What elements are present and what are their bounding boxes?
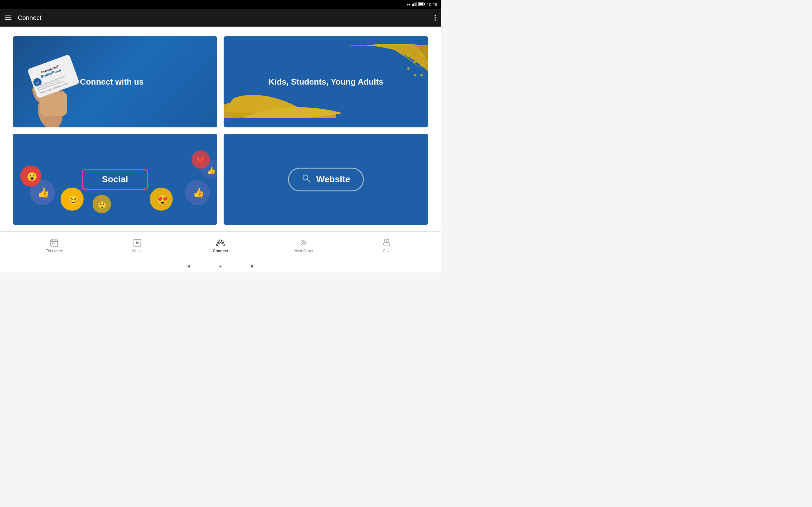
svg-point-29 bbox=[420, 64, 423, 66]
svg-text:😲: 😲 bbox=[98, 201, 107, 210]
chevrons-right-icon bbox=[299, 239, 308, 247]
svg-point-24 bbox=[407, 54, 409, 57]
website-search-box[interactable]: Website bbox=[288, 168, 364, 191]
connect-with-us-label: Connect with us bbox=[13, 77, 217, 87]
svg-rect-0 bbox=[412, 4, 413, 6]
svg-text:❤️: ❤️ bbox=[196, 156, 206, 165]
battery-icon bbox=[418, 2, 425, 7]
status-bar: ▾▾ 10:26 bbox=[0, 0, 441, 9]
nav-label-next-steps: Next Steps bbox=[294, 249, 313, 253]
back-icon: ◄ bbox=[186, 263, 191, 269]
svg-point-61 bbox=[222, 241, 224, 243]
svg-rect-3 bbox=[416, 2, 417, 6]
status-icons: ▾▾ 10:26 bbox=[407, 2, 437, 7]
svg-text:👍: 👍 bbox=[193, 187, 205, 199]
website-label: Website bbox=[316, 174, 350, 184]
home-button[interactable]: ● bbox=[217, 263, 223, 269]
hamburger-menu-button[interactable] bbox=[5, 15, 11, 20]
nav-label-media: Media bbox=[132, 249, 143, 253]
svg-rect-1 bbox=[413, 3, 414, 6]
website-card[interactable]: Website bbox=[223, 134, 428, 225]
wifi-icon: ▾▾ bbox=[407, 3, 411, 7]
more-options-button[interactable] bbox=[435, 15, 436, 20]
kids-students-card[interactable]: Kids, Students, Young Adults bbox=[223, 36, 428, 127]
svg-marker-58 bbox=[136, 241, 139, 244]
svg-rect-56 bbox=[54, 243, 55, 244]
svg-text:😍: 😍 bbox=[156, 194, 169, 206]
svg-line-50 bbox=[308, 179, 310, 182]
svg-rect-2 bbox=[415, 3, 415, 6]
status-time: 10:26 bbox=[426, 2, 437, 7]
app-bar: Connect bbox=[0, 9, 441, 26]
play-icon bbox=[133, 239, 142, 247]
app-bar-title: Connect bbox=[18, 14, 42, 21]
social-button-inner: Social bbox=[83, 170, 147, 189]
nav-item-give[interactable]: Give bbox=[345, 239, 428, 253]
nav-item-connect[interactable]: Connect bbox=[179, 239, 262, 253]
android-nav-bar: ◄ ● ■ bbox=[0, 260, 441, 273]
search-icon bbox=[302, 174, 311, 185]
recents-icon: ■ bbox=[251, 264, 253, 269]
back-button[interactable]: ◄ bbox=[186, 263, 192, 269]
social-card[interactable]: 👍 👍 😮 👍 😊 😍 ❤️ 😲 Social bbox=[13, 134, 217, 225]
svg-text:👍: 👍 bbox=[207, 166, 216, 175]
svg-rect-55 bbox=[52, 243, 53, 244]
svg-rect-5 bbox=[424, 3, 425, 5]
nav-label-connect: Connect bbox=[213, 249, 228, 253]
give-icon bbox=[382, 239, 391, 247]
kids-students-label: Kids, Students, Young Adults bbox=[262, 77, 390, 87]
recents-button[interactable]: ■ bbox=[249, 263, 255, 269]
svg-point-59 bbox=[219, 240, 222, 242]
svg-text:👍: 👍 bbox=[38, 187, 50, 199]
svg-point-49 bbox=[303, 175, 308, 180]
svg-point-26 bbox=[407, 67, 409, 70]
home-icon: ● bbox=[219, 264, 222, 269]
nav-label-this-week: This week bbox=[46, 249, 63, 253]
social-label: Social bbox=[102, 174, 128, 184]
svg-text:😮: 😮 bbox=[27, 171, 38, 182]
app-bar-left: Connect bbox=[5, 14, 42, 21]
nav-item-media[interactable]: Media bbox=[96, 239, 179, 253]
calendar-icon bbox=[50, 239, 58, 247]
svg-point-30 bbox=[420, 74, 423, 76]
bottom-nav: This week Media Connect Next Steps bbox=[0, 231, 441, 260]
svg-point-28 bbox=[420, 54, 423, 57]
svg-point-27 bbox=[414, 74, 416, 76]
main-content: Connect with BridgePoint BP Helping peop… bbox=[0, 26, 441, 231]
social-button-wrapper[interactable]: Social bbox=[82, 169, 148, 190]
svg-text:😊: 😊 bbox=[67, 194, 80, 206]
signal-icon bbox=[412, 2, 417, 7]
nav-label-give: Give bbox=[383, 249, 391, 253]
people-icon bbox=[216, 239, 225, 247]
svg-rect-6 bbox=[419, 3, 423, 5]
nav-item-this-week[interactable]: This week bbox=[13, 239, 96, 253]
connect-with-us-card[interactable]: Connect with BridgePoint BP Helping peop… bbox=[13, 36, 217, 127]
svg-point-25 bbox=[414, 60, 416, 63]
nav-item-next-steps[interactable]: Next Steps bbox=[262, 239, 345, 253]
svg-point-60 bbox=[217, 241, 219, 243]
